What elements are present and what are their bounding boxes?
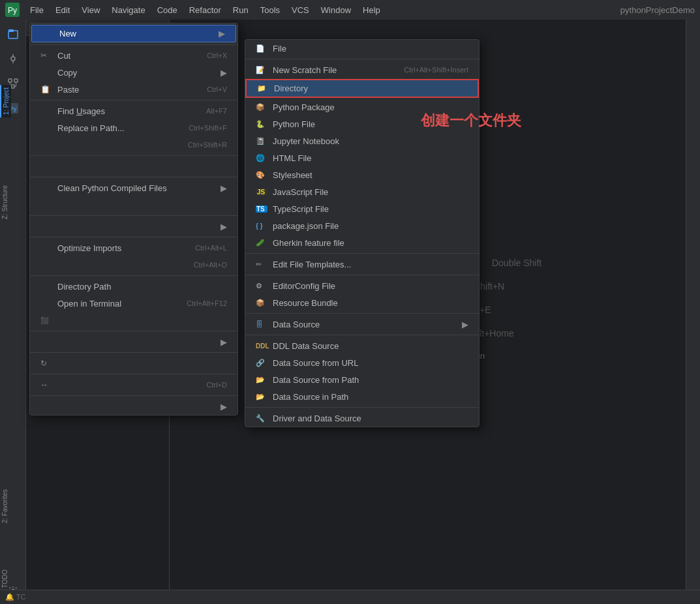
copy-label: Copy: [57, 68, 136, 78]
new-sep2: [245, 253, 479, 254]
new-sep6: [245, 407, 479, 408]
submenu-scratch[interactable]: 📝 New Scratch File Ctrl+Alt+Shift+Insert: [245, 61, 479, 78]
submenu-driver-source[interactable]: 🔧 Driver and Data Source: [245, 410, 479, 427]
submenu-data-source[interactable]: 🗄 Data Source ▶: [245, 316, 479, 333]
typescript-icon: TS: [256, 205, 267, 213]
submenu-ds-url[interactable]: 🔗 Data Source from URL: [245, 354, 479, 371]
svg-rect-7: [8, 79, 12, 82]
submenu-file[interactable]: 📄 File: [245, 40, 479, 57]
sep4: [30, 177, 237, 177]
sep8: [30, 331, 237, 331]
menu-run[interactable]: Run: [228, 3, 254, 18]
menu-item-optimize[interactable]: Ctrl+Alt+O: [30, 256, 237, 273]
menu-item-open-terminal[interactable]: ⬛: [30, 312, 237, 329]
gherkin-icon: 🥒: [256, 239, 267, 247]
menu-help[interactable]: Help: [358, 3, 386, 18]
menu-item-find-path[interactable]: Replace in Path... Ctrl+Shift+F: [30, 119, 237, 136]
menu-view[interactable]: View: [76, 3, 105, 18]
menu-refactor[interactable]: Refactor: [184, 3, 226, 18]
scratch-label: New Scratch File: [273, 65, 404, 75]
submenu-python-file[interactable]: 🐍 Python File: [245, 115, 479, 132]
structure-vertical-label[interactable]: Z: Structure: [0, 183, 10, 222]
cut-shortcut: Ctrl+X: [207, 52, 227, 59]
submenu-directory[interactable]: 📁 Directory: [245, 79, 479, 98]
menu-edit[interactable]: Edit: [50, 3, 75, 18]
new-sep4: [245, 313, 479, 314]
submenu-jupyter[interactable]: 📓 Jupyter Notebook: [245, 132, 479, 149]
menu-item-cut[interactable]: ✂ Cut Ctrl+X: [30, 47, 237, 64]
python-pkg-icon: 📦: [256, 103, 267, 112]
submenu-gherkin[interactable]: 🥒 Gherkin feature file: [245, 234, 479, 251]
directory-label: Directory: [274, 83, 467, 93]
menu-code[interactable]: Code: [152, 3, 183, 18]
menu-file[interactable]: File: [25, 3, 49, 18]
submenu-python-pkg[interactable]: 📦 Python Package: [245, 98, 479, 115]
right-sidebar: [686, 20, 700, 604]
html-label: HTML File: [273, 153, 468, 163]
find-path-shortcut: Ctrl+Shift+F: [189, 124, 227, 132]
reload-icon: ↻: [40, 359, 52, 368]
ds-path-icon: 📂: [256, 376, 267, 384]
menu-item-find-usages[interactable]: Find Usages Alt+F7: [30, 102, 237, 119]
project-vertical-label[interactable]: 1: Project: [0, 85, 11, 117]
menu-item-copy[interactable]: Copy ▶: [30, 64, 237, 81]
menu-vcs[interactable]: VCS: [286, 3, 314, 18]
resource-bundle-label: Resource Bundle: [273, 298, 468, 308]
ds-in-path-icon: 📂: [256, 393, 267, 401]
menu-item-add-favorites[interactable]: ▶: [30, 218, 237, 235]
menu-tools[interactable]: Tools: [255, 3, 285, 18]
submenu-stylesheet[interactable]: 🎨 Stylesheet: [245, 166, 479, 183]
menu-navigate[interactable]: Navigate: [106, 3, 150, 18]
menu-item-inspect[interactable]: [30, 158, 237, 175]
new-submenu: 📄 File 📝 New Scratch File Ctrl+Alt+Shift…: [245, 39, 479, 427]
submenu-edit-templates[interactable]: ✏ Edit File Templates...: [245, 256, 479, 273]
submenu-resource-bundle[interactable]: 📦 Resource Bundle: [245, 294, 479, 311]
menu-item-mark-dir[interactable]: ▶: [30, 398, 237, 415]
todo-vertical-label[interactable]: TODO: [0, 568, 10, 590]
package-json-label: package.json File: [273, 221, 468, 231]
file-icon: 📄: [256, 44, 267, 53]
menu-item-refactor[interactable]: Clean Python Compiled Files ▶: [30, 179, 237, 196]
favorites-vertical-label[interactable]: 2: Favorites: [0, 487, 10, 526]
submenu-html[interactable]: 🌐 HTML File: [245, 149, 479, 166]
scratch-shortcut: Ctrl+Alt+Shift+Insert: [404, 66, 468, 74]
sidebar-icon-commit[interactable]: [1, 47, 25, 70]
submenu-ddl-source[interactable]: DDL DDL Data Source: [245, 337, 479, 354]
paste-shortcut: Ctrl+V: [207, 85, 227, 93]
editorconfig-icon: ⚙: [256, 282, 267, 290]
new-label: New: [59, 29, 213, 38]
submenu-package-json[interactable]: { } package.json File: [245, 217, 479, 234]
menu-item-reload[interactable]: ↻: [30, 355, 237, 372]
data-source-arrow: ▶: [462, 320, 468, 329]
menu-item-reformat[interactable]: Optimize Imports Ctrl+Alt+L: [30, 239, 237, 256]
edit-context-menu: New ▶ ✂ Cut Ctrl+X Copy ▶ 📋 Paste Ctrl+V…: [29, 23, 238, 415]
menu-item-paste[interactable]: 📋 Paste Ctrl+V: [30, 81, 237, 98]
menu-item-dir-path[interactable]: Open in Terminal Ctrl+Alt+F12: [30, 295, 237, 312]
submenu-ds-in-path[interactable]: 📂 Data Source in Path: [245, 388, 479, 405]
menu-item-clean-python[interactable]: [30, 196, 237, 213]
typescript-label: TypeScript File: [273, 204, 468, 214]
javascript-icon: JS: [256, 189, 267, 196]
submenu-javascript[interactable]: JS JavaScript File: [245, 183, 479, 200]
menu-item-new[interactable]: New ▶: [31, 25, 236, 42]
sep1: [30, 44, 237, 45]
python-pkg-label: Python Package: [273, 102, 468, 112]
submenu-typescript[interactable]: TS TypeScript File: [245, 200, 479, 217]
submenu-editorconfig[interactable]: ⚙ EditorConfig File: [245, 277, 479, 294]
sep5: [30, 215, 237, 216]
submenu-ds-path[interactable]: 📂 Data Source from Path: [245, 371, 479, 388]
driver-source-icon: 🔧: [256, 414, 267, 423]
menu-window[interactable]: Window: [316, 3, 356, 18]
menu-item-replace-path[interactable]: Ctrl+Shift+R: [30, 136, 237, 153]
new-sep1: [245, 59, 479, 59]
directory-icon: 📁: [257, 84, 269, 93]
menu-item-compare[interactable]: ↔ Ctrl+D: [30, 376, 237, 393]
html-icon: 🌐: [256, 154, 267, 162]
menu-item-local-history[interactable]: ▶: [30, 333, 237, 350]
menu-item-show-explorer[interactable]: Directory Path: [30, 278, 237, 295]
javascript-label: JavaScript File: [273, 187, 468, 197]
sep7: [30, 275, 237, 276]
sidebar-icon-project[interactable]: [1, 22, 25, 46]
dir-path-label: Open in Terminal: [57, 299, 174, 309]
jupyter-icon: 📓: [256, 137, 267, 145]
